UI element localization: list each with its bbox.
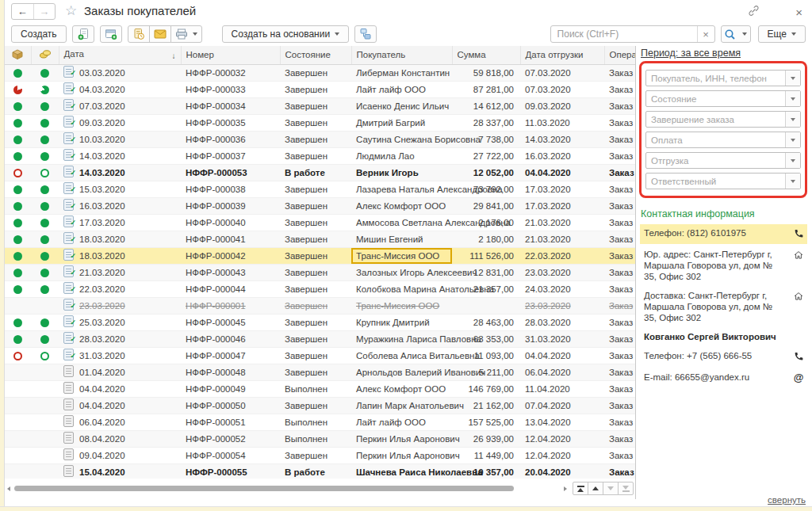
table-row[interactable]: 17.03.2020 НФФР-000040 Завершен Аммосова… [5, 214, 635, 231]
document-icon [63, 332, 74, 344]
favorite-star-icon[interactable] [65, 2, 77, 19]
side-panel: Период: за все время Контактная информац… [640, 46, 807, 504]
table-row[interactable]: 31.03.2020 НФФР-000047 Завершен Соболева… [5, 347, 635, 364]
create-button[interactable]: Создать [11, 25, 67, 43]
contact-item[interactable]: Телефон: +7 (565) 666-55 [640, 347, 807, 367]
chevron-down-icon[interactable] [785, 174, 800, 189]
close-icon[interactable] [795, 7, 802, 18]
search-button[interactable] [721, 25, 751, 43]
search-clear-icon[interactable] [697, 26, 714, 42]
filter-input[interactable] [646, 91, 785, 106]
table-row[interactable]: 03.03.2020 НФФР-000032 Завершен Либерман… [5, 64, 635, 81]
chevron-down-icon[interactable] [785, 153, 800, 168]
contact-items: Телефон: (812) 6101975 Юр. адрес: Санкт-… [640, 224, 807, 387]
go-previous-button[interactable] [588, 482, 603, 495]
table-row[interactable]: 28.03.2020 НФФР-000046 Завершен Муражкин… [5, 330, 635, 347]
shipment-status-icon [13, 69, 22, 78]
period-link[interactable]: Период: за все время [641, 48, 741, 59]
column-coins-icon[interactable] [31, 46, 59, 64]
order-sum: 2 180,00 [478, 235, 514, 244]
go-first-button[interactable] [573, 482, 588, 495]
scroll-left-icon[interactable] [7, 486, 10, 491]
table-row[interactable]: 21.03.2020 НФФР-000043 Завершен Залозных… [5, 264, 635, 280]
column-shipment-box-icon[interactable] [5, 46, 31, 64]
chevron-down-icon[interactable] [785, 132, 800, 147]
filter-input[interactable] [646, 153, 785, 168]
table-row[interactable]: 07.03.2020 НФФР-000034 Завершен Исаенко … [5, 97, 635, 114]
shipment-status-icon [13, 269, 22, 277]
contact-item[interactable]: Доставка: Санкт-Петербург г, Маршала Гов… [640, 287, 807, 326]
kebab-menu-icon[interactable] [776, 6, 779, 20]
column-sum[interactable]: Сумма [452, 46, 520, 64]
table-row[interactable]: 09.03.2020 НФФР-000035 Завершен Дмитрий … [5, 114, 635, 131]
go-last-button[interactable] [618, 482, 634, 495]
order-operation: Заказ [609, 151, 633, 161]
copy-new-icon[interactable] [72, 25, 94, 43]
print-icon[interactable] [170, 25, 202, 43]
new-form-icon[interactable] [100, 25, 122, 43]
related-documents-icon[interactable] [354, 25, 377, 43]
scrollbar-thumb[interactable] [14, 486, 514, 491]
forward-button[interactable] [33, 4, 56, 19]
column-state[interactable]: Состояние [280, 46, 351, 64]
filter-input[interactable] [646, 132, 785, 147]
order-state: Выполнен [285, 434, 327, 444]
column-operation[interactable]: Операция [604, 46, 635, 64]
order-ship-date: 17.03.2020 [525, 185, 571, 194]
chevron-down-icon[interactable] [785, 91, 800, 106]
email-icon[interactable] [149, 25, 171, 43]
create-based-button[interactable]: Создать на основании [222, 25, 350, 43]
column-buyer[interactable]: Покупатель [351, 46, 452, 64]
column-number[interactable]: Номер [181, 46, 280, 64]
table-row[interactable]: 18.03.2020 НФФР-000042 Завершен Транс-Ми… [5, 247, 635, 264]
table-row[interactable]: 04.04.2020 НФФР-000049 Выполнен Алекс Ко… [5, 380, 635, 397]
order-number: НФФР-000038 [186, 185, 246, 194]
filter-input[interactable] [646, 174, 785, 189]
table-row[interactable]: 06.04.2020 НФФР-000051 Выполнен Лайт лай… [5, 414, 635, 430]
table-row[interactable]: 23.03.2020 НФФР-000001 Завершен Транс-Ми… [5, 297, 635, 314]
order-operation: Заказ [609, 401, 633, 410]
document-icon [63, 465, 74, 477]
table-row[interactable]: 09.04.2020 НФФР-000054 Завершен Перкин И… [5, 447, 635, 463]
table-row[interactable]: 04.04.2020 НФФР-000050 Завершен Лапин Ма… [5, 397, 635, 414]
panel-splitter[interactable] [635, 46, 636, 499]
column-ship-date[interactable]: Дата отгрузки [520, 46, 604, 64]
contact-item[interactable]: Телефон: (812) 6101975 [640, 224, 807, 244]
chevron-down-icon[interactable] [785, 112, 800, 127]
order-ship-date: 28.03.2020 [525, 318, 571, 327]
order-buyer: Саутина Снежана Борисовна [356, 135, 481, 144]
search-input[interactable] [551, 26, 697, 42]
order-date: 21.03.2020 [79, 268, 125, 277]
more-button[interactable]: Еще [758, 25, 806, 43]
table-row[interactable]: 14.03.2020 НФФР-000053 В работе Верник И… [5, 164, 635, 181]
table-row[interactable]: 10.03.2020 НФФР-000036 Завершен Саутина … [5, 131, 635, 147]
link-icon[interactable] [747, 4, 760, 21]
contact-item[interactable]: E-mail: 66655@yandex.ru @ [640, 368, 807, 387]
filter-input[interactable] [646, 71, 785, 86]
table-row[interactable]: 22.03.2020 НФФР-000044 Завершен Колобков… [5, 280, 635, 297]
table-row[interactable]: 25.03.2020 НФФР-000045 Завершен Крупник … [5, 314, 635, 330]
collapse-link[interactable]: свернуть [768, 495, 806, 505]
table-row[interactable]: 04.03.2020 НФФР-000033 Завершен Лайт лай… [5, 81, 635, 97]
order-state: Завершен [285, 318, 327, 327]
contact-item[interactable]: Ковганко Сергей Викторович [640, 328, 807, 345]
table-row[interactable]: 16.03.2020 НФФР-000039 Завершен Алекс Ко… [5, 197, 635, 214]
go-next-button[interactable] [603, 482, 619, 495]
contact-item[interactable]: Юр. адрес: Санкт-Петербург г, Маршала Го… [640, 246, 807, 285]
table-row[interactable]: 15.04.2020 НФФР-000055 В работе Шачнева … [5, 463, 635, 479]
table-row[interactable]: 14.03.2020 НФФР-000037 Завершен Людмила … [5, 147, 635, 164]
window-frame-bottom [0, 506, 812, 511]
back-button[interactable] [12, 4, 33, 19]
document-history-icon[interactable] [128, 25, 150, 43]
table-row[interactable]: 08.04.2020 НФФР-000052 Выполнен Перкин И… [5, 430, 635, 447]
filter-input[interactable] [646, 112, 785, 127]
table-row[interactable]: 18.03.2020 НФФР-000041 Завершен Мишин Ев… [5, 231, 635, 247]
table-row[interactable]: 15.03.2020 НФФР-000038 Завершен Лазарева… [5, 181, 635, 197]
table-row[interactable]: 01.04.2020 НФФР-000048 Завершен Арнольдо… [5, 364, 635, 380]
order-operation: Заказ [609, 135, 633, 144]
payment-status-icon [40, 119, 49, 128]
scroll-right-icon[interactable] [564, 486, 567, 491]
column-date[interactable]: Дата↓ [59, 46, 181, 64]
orders-table: Дата↓ Номер Состояние Покупатель Сумма Д… [5, 46, 635, 479]
chevron-down-icon[interactable] [785, 71, 800, 86]
